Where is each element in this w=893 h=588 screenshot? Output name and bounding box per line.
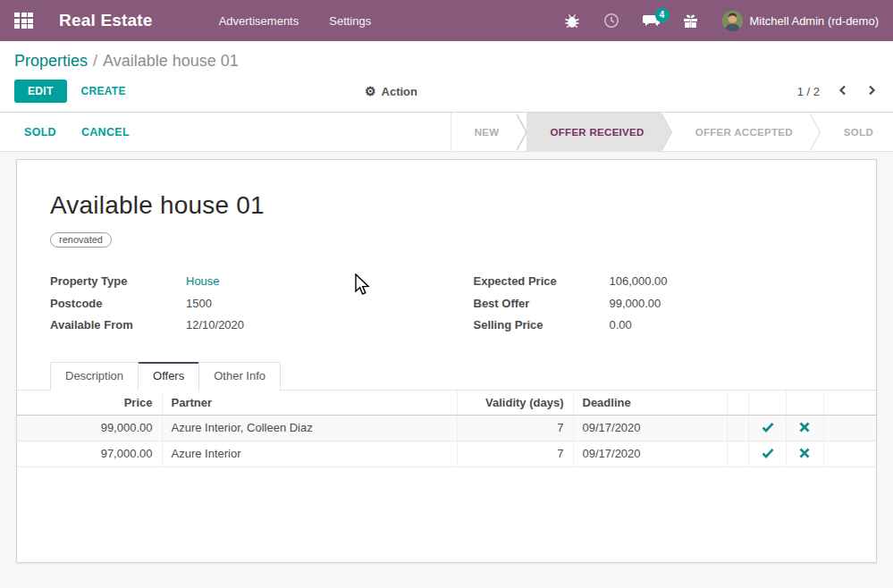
- cancel-button[interactable]: CANCEL: [81, 126, 130, 139]
- offer-row-2[interactable]: 97,000.00 Azure Interior 7 09/17/2020: [17, 441, 876, 466]
- offer-1-deadline[interactable]: 09/17/2020: [573, 415, 727, 441]
- offer-2-validity[interactable]: 7: [457, 441, 573, 466]
- offer-1-partner[interactable]: Azure Interior, Colleen Diaz: [162, 415, 457, 441]
- message-count-badge: 4: [655, 8, 670, 22]
- main-menu: Advertisements Settings: [219, 14, 372, 28]
- breadcrumb-properties-link[interactable]: Properties: [14, 52, 88, 70]
- offer-2-refuse-x-icon[interactable]: [796, 448, 813, 461]
- offer-1-price[interactable]: 99,000.00: [17, 415, 162, 441]
- offer-row-1[interactable]: 99,000.00 Azure Interior, Colleen Diaz 7…: [17, 415, 876, 441]
- status-step-sold[interactable]: SOLD: [821, 113, 889, 151]
- column-partner[interactable]: Partner: [162, 391, 457, 416]
- offer-2-deadline[interactable]: 09/17/2020: [573, 441, 727, 466]
- edit-button[interactable]: EDIT: [14, 80, 67, 103]
- app-title[interactable]: Real Estate: [59, 11, 153, 30]
- column-validity[interactable]: Validity (days): [457, 391, 573, 416]
- user-menu[interactable]: Mitchell Admin (rd-demo): [722, 11, 880, 31]
- control-panel-buttons: EDIT CREATE ⚙ Action 1 / 2: [0, 72, 893, 113]
- notebook-tabs: Description Offers Other Info: [17, 362, 876, 391]
- offer-2-partner[interactable]: Azure Interior: [162, 441, 457, 466]
- debug-bug-icon[interactable]: [564, 13, 580, 29]
- column-price[interactable]: Price: [17, 391, 162, 416]
- field-postcode: Postcode 1500: [50, 293, 420, 315]
- status-step-offer-accepted[interactable]: OFFER ACCEPTED: [672, 113, 809, 151]
- sold-button[interactable]: SOLD: [24, 126, 56, 139]
- top-navbar: Real Estate Advertisements Settings 4 Mi…: [0, 0, 893, 41]
- pager-previous-button[interactable]: [836, 83, 849, 100]
- create-button[interactable]: CREATE: [81, 85, 126, 97]
- user-avatar: [722, 11, 743, 31]
- status-step-offer-received[interactable]: OFFER RECEIVED: [527, 113, 660, 151]
- field-column-left: Property Type House Postcode 1500 Availa…: [50, 271, 420, 337]
- status-steps: NEW OFFER RECEIVED OFFER ACCEPTED SOLD: [451, 113, 893, 151]
- tab-offers[interactable]: Offers: [138, 362, 199, 391]
- menu-settings[interactable]: Settings: [329, 14, 371, 28]
- navbar-right: 4 Mitchell Admin (rd-demo): [564, 11, 880, 31]
- pager-value: 1 / 2: [797, 85, 820, 98]
- field-best-offer: Best Offer 99,000.00: [474, 293, 844, 315]
- offer-2-price[interactable]: 97,000.00: [17, 441, 162, 466]
- breadcrumb: Properties/Available house 01: [0, 41, 893, 72]
- field-expected-price: Expected Price 106,000.00: [474, 271, 844, 293]
- apps-grid-icon[interactable]: [14, 13, 36, 29]
- offer-2-accept-check-icon[interactable]: [758, 448, 778, 461]
- statusbar: SOLD CANCEL NEW OFFER RECEIVED OFFER ACC…: [0, 113, 893, 152]
- offer-1-validity[interactable]: 7: [457, 415, 573, 441]
- record-title: Available house 01: [50, 191, 843, 220]
- field-property-type: Property Type House: [50, 271, 420, 293]
- offers-header-row: Price Partner Validity (days) Deadline: [17, 391, 876, 416]
- pager-next-button[interactable]: [865, 83, 879, 100]
- breadcrumb-separator: /: [93, 52, 97, 70]
- gear-icon: ⚙: [365, 84, 376, 98]
- gift-icon[interactable]: [682, 13, 699, 29]
- field-column-right: Expected Price 106,000.00 Best Offer 99,…: [474, 271, 844, 337]
- tab-description[interactable]: Description: [50, 362, 139, 391]
- field-selling-price: Selling Price 0.00: [474, 315, 844, 337]
- field-grid: Property Type House Postcode 1500 Availa…: [50, 271, 843, 337]
- action-menu[interactable]: ⚙ Action: [365, 84, 417, 98]
- messages-chat-icon[interactable]: 4: [643, 13, 659, 29]
- form-view: Available house 01 renovated Property Ty…: [0, 152, 893, 563]
- action-label: Action: [382, 85, 417, 98]
- offers-table: Price Partner Validity (days) Deadline 9…: [17, 391, 876, 467]
- field-available-from: Available From 12/10/2020: [50, 315, 420, 337]
- offer-1-accept-check-icon[interactable]: [758, 422, 778, 435]
- user-name: Mitchell Admin (rd-demo): [750, 14, 880, 28]
- tag-renovated[interactable]: renovated: [50, 232, 112, 248]
- breadcrumb-current: Available house 01: [103, 52, 239, 70]
- property-type-link[interactable]: House: [186, 274, 220, 288]
- activities-clock-icon[interactable]: [603, 13, 619, 29]
- tab-other-info[interactable]: Other Info: [198, 362, 281, 391]
- menu-advertisements[interactable]: Advertisements: [219, 14, 299, 28]
- offer-1-refuse-x-icon[interactable]: [796, 422, 813, 435]
- pager: 1 / 2: [797, 83, 879, 100]
- form-sheet: Available house 01 renovated Property Ty…: [16, 159, 877, 563]
- status-step-new[interactable]: NEW: [451, 113, 516, 151]
- column-deadline[interactable]: Deadline: [573, 391, 727, 416]
